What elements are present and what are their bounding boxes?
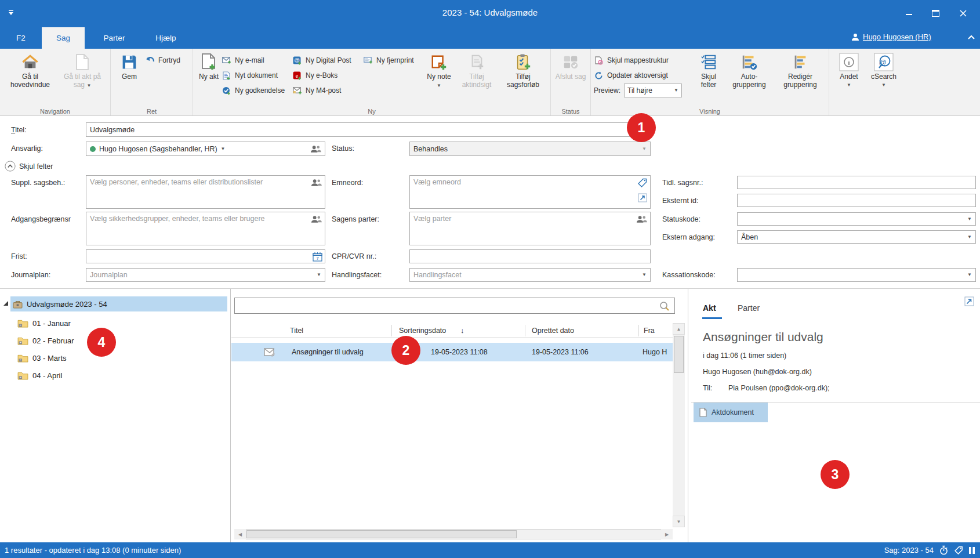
ny-eboks-button[interactable]: e Ny e-Boks: [292, 69, 363, 82]
frist-input[interactable]: 7: [86, 249, 325, 263]
scroll-down-icon[interactable]: ▼: [673, 516, 685, 527]
tilfoj-sagsforlob-button[interactable]: Tilføj sagsforløb: [499, 50, 547, 89]
column-header-fra[interactable]: Fra: [644, 323, 655, 338]
preview-row: Preview: Til højre ▼: [594, 84, 694, 97]
preview-title: Ansøgninger til udvalg: [703, 330, 823, 344]
search-icon[interactable]: [659, 301, 670, 311]
ny-akt-button[interactable]: Ny akt: [196, 50, 222, 81]
opdater-aktoversigt-button[interactable]: Opdater aktoversigt: [594, 69, 694, 82]
statuskode-select[interactable]: ▼: [737, 212, 976, 226]
pause-icon[interactable]: [968, 546, 975, 555]
skjul-felter-button[interactable]: Skjul felter: [694, 50, 724, 89]
skjul-felter-toggle[interactable]: Skjul felter: [5, 161, 53, 172]
afslut-sag-button[interactable]: Afslut sag: [554, 50, 587, 81]
column-header-titel[interactable]: Titel: [290, 323, 303, 338]
vertical-scroll-thumb[interactable]: [674, 336, 684, 373]
nyt-dokument-button[interactable]: Nyt dokument: [222, 69, 292, 82]
ny-email-button[interactable]: Ny e-mail: [222, 54, 292, 67]
cpr-cvr-input[interactable]: [409, 249, 651, 263]
people-picker-icon[interactable]: [636, 215, 647, 223]
tab-f2[interactable]: F2: [7, 27, 35, 49]
people-picker-icon[interactable]: [310, 145, 321, 153]
search-input[interactable]: [238, 300, 653, 311]
suppl-sagsbeh-field[interactable]: Vælg personer, enheder, teams eller dist…: [86, 175, 325, 209]
tidl-sagsnr-input[interactable]: [737, 176, 976, 189]
andet-button[interactable]: Andet ▼: [832, 50, 866, 88]
gem-button[interactable]: Gem: [114, 50, 145, 81]
document-icon: [699, 408, 707, 417]
folder-tree-pane: Udvalgsmøde 2023 - 54 01 - Januar 02 - F…: [0, 289, 228, 543]
cell-fra: Hugo H: [643, 348, 673, 356]
skjul-mappestruktur-button[interactable]: Skjul mappestruktur: [594, 54, 694, 67]
tab-sag[interactable]: Sag: [42, 27, 85, 49]
emneord-label: Emneord:: [332, 178, 363, 187]
window-title: 2023 - 54: Udvalgsmøde: [0, 8, 980, 17]
journalplan-label: Journalplan:: [11, 270, 50, 280]
ny-godkendelse-button[interactable]: Ny godkendelse: [222, 84, 292, 97]
close-button[interactable]: [953, 6, 973, 21]
ny-fjernprint-button[interactable]: Ny fjernprint: [363, 54, 423, 67]
tab-hjaelp[interactable]: Hjælp: [144, 27, 188, 49]
current-user-link[interactable]: Hugo Hugosen (HR): [851, 32, 931, 41]
tree-item-folder[interactable]: 02 - Februar: [17, 333, 220, 348]
record-row[interactable]: Ansøgninger til udvalg 19-05-2023 11:08 …: [231, 343, 673, 361]
tree-item-case-root[interactable]: Udvalgsmøde 2023 - 54: [10, 296, 227, 311]
sagens-parter-field[interactable]: Vælg parter: [409, 212, 651, 245]
email-icon: [222, 56, 231, 66]
tag-icon[interactable]: [954, 546, 963, 555]
minimize-button[interactable]: [899, 6, 919, 21]
scroll-left-icon[interactable]: ◀: [234, 529, 246, 539]
tilfoj-aktindsigt-button[interactable]: Tilføj aktindsigt: [455, 50, 499, 89]
titel-input[interactable]: [86, 122, 651, 137]
ga-til-hovedvindue-button[interactable]: Gå til hovedvindue: [3, 50, 57, 89]
status-select[interactable]: Behandles ▼: [409, 142, 651, 156]
maximize-button[interactable]: [925, 6, 945, 21]
caret-down-icon: ▼: [221, 147, 226, 151]
auto-grouping-icon: [741, 53, 758, 71]
handlingsfacet-select[interactable]: Handlingsfacet ▼: [409, 268, 651, 282]
tag-icon[interactable]: [638, 178, 647, 187]
eksternt-id-input[interactable]: [737, 194, 976, 207]
fortryd-button[interactable]: Fortryd: [145, 54, 180, 67]
sort-descending-icon[interactable]: ↓: [460, 326, 464, 335]
tree-item-folder[interactable]: 01 - Januar: [17, 316, 220, 331]
tree-item-folder[interactable]: 03 - Marts: [17, 350, 220, 365]
collapse-ribbon-icon[interactable]: [967, 34, 975, 40]
column-header-oprettet-dato[interactable]: Oprettet dato: [532, 323, 574, 338]
lower-panes: Udvalgsmøde 2023 - 54 01 - Januar 02 - F…: [0, 288, 980, 542]
scroll-right-icon[interactable]: ▶: [661, 529, 673, 539]
emneord-field[interactable]: Vælg emneord: [409, 175, 651, 209]
aktdokument-tab[interactable]: Aktdokument: [694, 403, 768, 422]
ribbon-group-visning: Skjul mappestruktur Opdater aktoversigt …: [591, 49, 829, 115]
open-preview-in-window-icon[interactable]: [964, 296, 974, 306]
ansvarlig-combo[interactable]: Hugo Hugosen (Sagsbehandler, HR) ▼: [86, 142, 325, 156]
tree-item-folder[interactable]: 04 - April: [17, 368, 220, 383]
stopwatch-icon[interactable]: [939, 545, 949, 555]
tree-expander-icon[interactable]: [3, 300, 9, 306]
open-in-window-icon[interactable]: [638, 193, 647, 202]
ekstern-adgang-select[interactable]: Åben ▼: [737, 230, 976, 244]
journalplan-select[interactable]: Journalplan ▼: [86, 268, 325, 282]
preview-tab-akt[interactable]: Akt: [703, 303, 716, 313]
horizontal-scroll-thumb[interactable]: [246, 530, 517, 538]
kassationskode-select[interactable]: ▼: [737, 268, 976, 282]
ny-digital-post-button[interactable]: @ Ny Digital Post: [292, 54, 363, 67]
preview-tab-parter[interactable]: Parter: [738, 303, 760, 313]
adgangsbegraensning-field[interactable]: Vælg sikkerhedsgrupper, enheder, teams e…: [86, 212, 325, 245]
scroll-up-icon[interactable]: ▲: [673, 323, 685, 335]
list-search-box[interactable]: [234, 298, 675, 314]
caret-down-icon: ▼: [317, 273, 321, 277]
csearch-button[interactable]: @ cSearch ▼: [866, 50, 902, 88]
preview-til-label: Til:: [703, 384, 712, 392]
people-picker-icon[interactable]: [311, 179, 322, 187]
calendar-icon[interactable]: 7: [313, 252, 322, 262]
tab-parter[interactable]: Parter: [92, 27, 137, 49]
group-label-ret: Ret: [111, 108, 193, 115]
ga-til-akt-pa-sag-button[interactable]: Gå til akt på sag ▼: [57, 50, 107, 89]
auto-gruppering-button[interactable]: Auto-gruppering: [724, 50, 775, 89]
preview-position-select[interactable]: Til højre ▼: [624, 84, 682, 97]
ny-m4-post-button[interactable]: Ny M4-post: [292, 84, 363, 97]
people-picker-icon[interactable]: [311, 215, 322, 223]
rediger-gruppering-button[interactable]: Redigér gruppering: [775, 50, 826, 89]
ny-note-button[interactable]: Ny note ▼: [423, 50, 455, 89]
